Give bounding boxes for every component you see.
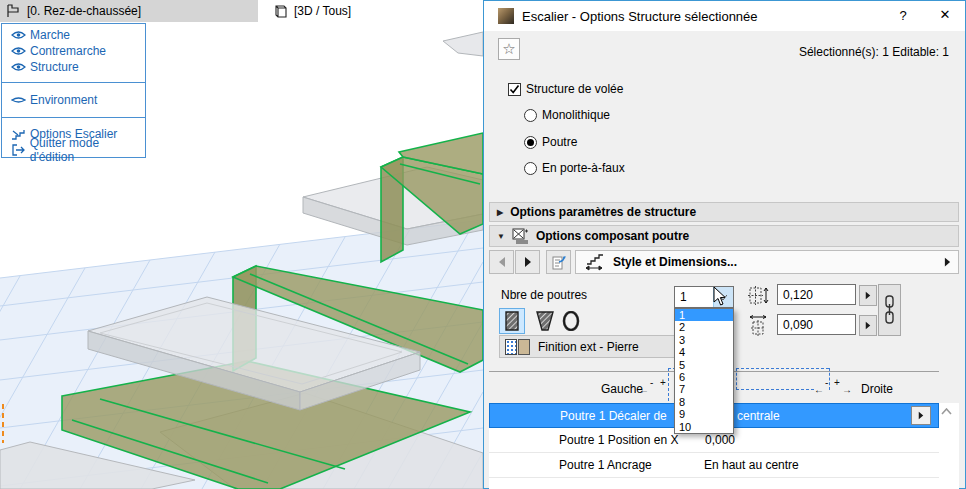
close-icon[interactable]: ✕ <box>932 7 958 26</box>
tab-bar: [0. Rez-de-chaussée] [3D / Tous] <box>0 0 483 22</box>
dropdown-option[interactable]: 8 <box>675 396 733 408</box>
tab-3d-tous[interactable]: [3D / Tous] <box>258 0 483 22</box>
arrow-right-icon: → <box>842 384 852 395</box>
section-parametres-structure[interactable]: ▶ Options paramètres de structure <box>489 202 959 222</box>
dialog-titlebar[interactable]: Escalier - Options Structure sélectionné… <box>484 1 965 31</box>
help-button[interactable]: ? <box>892 8 914 26</box>
dropdown-option[interactable]: 10 <box>675 421 733 433</box>
checkbox-label: Structure de volée <box>526 82 623 96</box>
transfer-settings-button[interactable] <box>546 250 571 274</box>
palette-item-label: Contremarche <box>30 44 106 58</box>
dropdown-option[interactable]: 1 <box>675 309 733 321</box>
plus-sign: + <box>660 377 666 388</box>
dropdown-option[interactable]: 3 <box>675 334 733 346</box>
rectangle-section-icon <box>504 311 520 331</box>
palette-divider <box>2 82 145 83</box>
dropdown-option[interactable]: 5 <box>675 359 733 371</box>
tab-label: [3D / Tous] <box>294 4 351 18</box>
palette-item-contremarche[interactable]: Contremarche <box>2 43 145 59</box>
palette-item-label: Environment <box>30 93 97 107</box>
section-composant-poutre[interactable]: ▼ Options composant poutre <box>489 225 959 247</box>
favorites-star-button[interactable]: ☆ <box>498 38 520 60</box>
previous-beam-button[interactable] <box>489 250 514 274</box>
radio-selected-icon[interactable] <box>524 136 537 149</box>
cube-3d-icon <box>272 3 288 19</box>
section-label: Options composant poutre <box>536 229 689 243</box>
palette-item-quitter[interactable]: Quitter mode d'édition <box>2 142 145 158</box>
link-dimensions-button[interactable] <box>878 284 901 336</box>
chevron-up-icon <box>941 408 952 415</box>
diagram-dashed-line <box>668 368 669 401</box>
component-icon <box>512 228 529 244</box>
material-color-swatch <box>518 339 530 355</box>
eye-icon <box>9 46 27 56</box>
shape-rectangle-button[interactable] <box>499 308 525 334</box>
combobox-value: 1 <box>680 290 687 304</box>
edit-mode-palette: Marche Contremarche Structure Environmen… <box>1 23 146 158</box>
beam-height-flyout-button[interactable] <box>859 285 877 306</box>
table-row-ancrage[interactable]: Poutre 1 Ancrage En haut au centre <box>489 453 939 478</box>
flyout-arrow-icon <box>918 411 924 420</box>
eye-closed-icon <box>9 95 27 105</box>
arrow-left-icon: ← <box>814 384 824 395</box>
selection-status: Sélectionné(s): 1 Editable: 1 <box>799 45 949 59</box>
radio-label: Monolithique <box>542 108 610 122</box>
row-label: Poutre 1 Position en X <box>559 433 678 447</box>
radio-icon[interactable] <box>524 109 537 122</box>
scroll-up-icon[interactable] <box>941 405 952 417</box>
dropdown-option[interactable]: 4 <box>675 346 733 358</box>
dropdown-option[interactable]: 2 <box>675 321 733 333</box>
dropdown-option[interactable]: 7 <box>675 383 733 395</box>
palette-item-structure[interactable]: Structure <box>2 59 145 75</box>
radio-icon[interactable] <box>524 162 537 175</box>
style-dimensions-label: Style et Dimensions... <box>613 255 737 269</box>
row-value: 0,000 <box>705 433 735 447</box>
escalier-structure-dialog: Escalier - Options Structure sélectionné… <box>483 0 966 489</box>
beam-height-icon <box>747 285 769 306</box>
palette-item-environment[interactable]: Environment <box>2 92 145 108</box>
palette-item-marche[interactable]: Marche <box>2 27 145 43</box>
beam-count-dropdown-list[interactable]: 1 2 3 4 5 6 7 8 9 10 <box>674 308 734 434</box>
minus-sign: - <box>825 377 828 388</box>
style-dimensions-icon <box>585 254 605 271</box>
beam-height-value: 0,120 <box>783 288 813 302</box>
tab-label: [0. Rez-de-chaussée] <box>27 4 141 18</box>
radio-label: Poutre <box>542 135 577 149</box>
beam-width-flyout-button[interactable] <box>859 315 877 336</box>
chevron-right-icon: ▶ <box>497 208 503 217</box>
arrow-left-icon <box>498 257 506 267</box>
trapezoid-section-icon <box>536 311 554 331</box>
beam-width-icon <box>747 315 769 336</box>
app-window: [0. Rez-de-chaussée] [3D / Tous] <box>0 0 966 489</box>
shape-trapezoid-button[interactable] <box>532 308 558 334</box>
row-flyout-button[interactable] <box>911 406 931 425</box>
style-dimensions-button[interactable]: Style et Dimensions... <box>575 250 959 274</box>
diagram-dashed-line <box>736 368 829 369</box>
dropdown-option[interactable]: 6 <box>675 371 733 383</box>
row-label: Poutre 1 Décaler de <box>560 409 667 423</box>
flyout-arrow-icon <box>865 321 871 330</box>
dropdown-option[interactable]: 9 <box>675 408 733 420</box>
story-tab-icon <box>6 4 21 18</box>
eye-icon <box>9 30 27 40</box>
beam-width-input[interactable]: 0,090 <box>777 314 856 335</box>
radio-porte-a-faux[interactable]: En porte-à-faux <box>524 161 625 175</box>
stair-app-icon <box>498 8 514 24</box>
radio-monolithique[interactable]: Monolithique <box>524 108 610 122</box>
shape-ellipse-button[interactable] <box>558 308 584 334</box>
diagram-dashed-line <box>829 368 830 390</box>
tab-rez-de-chaussee[interactable]: [0. Rez-de-chaussée] <box>0 0 258 22</box>
radio-poutre[interactable]: Poutre <box>524 135 577 149</box>
material-texture-swatch <box>505 339 517 355</box>
flyout-arrow-icon <box>944 257 951 267</box>
flight-structure-checkbox-row[interactable]: Structure de volée <box>508 82 623 96</box>
row-value: centrale <box>737 409 780 423</box>
checkbox-checked-icon[interactable] <box>508 83 521 96</box>
minus-sign: - <box>650 377 653 388</box>
beam-height-input[interactable]: 0,120 <box>777 284 856 305</box>
next-beam-button[interactable] <box>515 250 540 274</box>
star-icon: ☆ <box>502 40 515 58</box>
flyout-arrow-icon <box>865 291 871 300</box>
diagram-right-label: Droite <box>861 382 893 396</box>
stair-options-icon <box>9 128 27 140</box>
